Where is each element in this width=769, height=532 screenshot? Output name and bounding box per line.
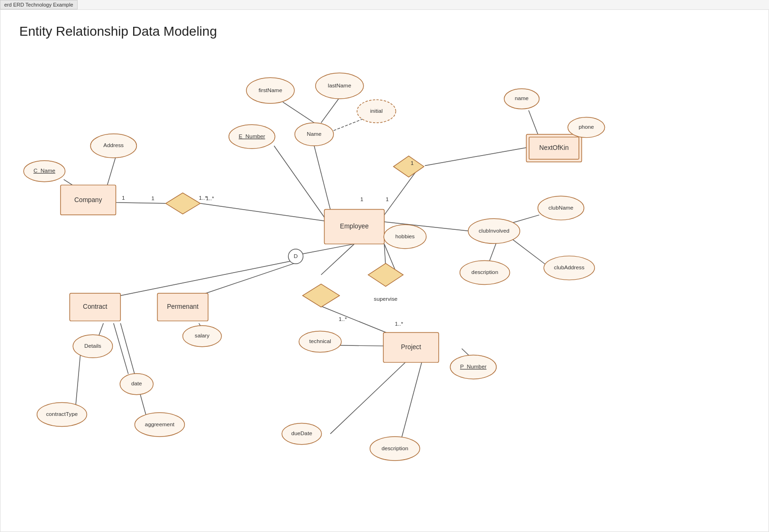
- svg-line-23: [199, 262, 297, 296]
- svg-text:Address: Address: [103, 142, 124, 148]
- svg-text:C_Name: C_Name: [33, 167, 55, 173]
- svg-text:hobbies: hobbies: [396, 233, 415, 239]
- svg-text:P_Number: P_Number: [460, 363, 486, 369]
- svg-text:phone: phone: [579, 124, 594, 130]
- svg-text:technical: technical: [309, 338, 331, 344]
- svg-line-21: [301, 244, 355, 254]
- diagram-canvas: Entity Relationship Data Modeling 1 1..*…: [0, 9, 769, 532]
- svg-marker-54: [302, 284, 339, 307]
- svg-line-14: [529, 110, 539, 137]
- svg-text:NextOfKin: NextOfKin: [539, 144, 569, 151]
- svg-line-4: [384, 169, 418, 215]
- svg-text:1..*: 1..*: [395, 321, 404, 327]
- svg-line-18: [513, 215, 539, 223]
- svg-text:1: 1: [122, 195, 125, 201]
- svg-line-12: [107, 156, 116, 188]
- svg-marker-55: [368, 263, 404, 286]
- svg-text:description: description: [381, 445, 408, 451]
- svg-text:1..*: 1..*: [339, 316, 347, 322]
- svg-line-0: [116, 203, 166, 203]
- svg-text:aggreement: aggreement: [145, 421, 174, 427]
- svg-line-25: [113, 323, 128, 374]
- svg-line-22: [120, 261, 291, 296]
- svg-text:Employee: Employee: [340, 223, 369, 230]
- svg-line-5: [425, 147, 529, 165]
- svg-text:lastName: lastName: [328, 82, 351, 88]
- svg-line-19: [513, 239, 547, 266]
- svg-line-11: [333, 117, 367, 130]
- erd-diagram: 1 1..* 1: [0, 10, 769, 532]
- svg-text:contractType: contractType: [46, 411, 78, 417]
- svg-text:clubAddress: clubAddress: [554, 264, 585, 270]
- svg-text:1: 1: [360, 196, 364, 202]
- svg-text:Name: Name: [307, 131, 322, 137]
- svg-line-29: [321, 244, 355, 275]
- svg-line-27: [76, 354, 80, 405]
- svg-text:Company: Company: [74, 196, 102, 203]
- svg-text:date: date: [131, 380, 142, 386]
- svg-text:D: D: [293, 253, 298, 259]
- svg-line-24: [99, 323, 103, 336]
- svg-marker-52: [166, 193, 200, 214]
- svg-text:firstName: firstName: [259, 87, 283, 93]
- svg-line-10: [321, 99, 339, 123]
- svg-line-20: [490, 243, 497, 261]
- svg-text:1: 1: [411, 160, 414, 166]
- svg-text:salary: salary: [195, 332, 209, 338]
- svg-text:clubInvolved: clubInvolved: [479, 227, 509, 234]
- svg-text:Permenant: Permenant: [167, 303, 198, 310]
- svg-text:description: description: [471, 269, 498, 275]
- svg-line-7: [314, 146, 330, 209]
- svg-text:name: name: [515, 95, 529, 101]
- svg-text:Contract: Contract: [83, 303, 107, 310]
- tab-label: erd ERD Technology Example: [0, 0, 78, 9]
- svg-line-9: [283, 102, 314, 123]
- svg-text:Project: Project: [401, 344, 421, 351]
- svg-text:1..*: 1..*: [199, 195, 207, 201]
- svg-line-37: [402, 359, 422, 437]
- svg-text:1: 1: [386, 196, 389, 202]
- svg-text:clubName: clubName: [548, 204, 573, 211]
- svg-text:initial: initial: [370, 108, 383, 114]
- svg-line-26: [120, 323, 146, 415]
- svg-line-36: [330, 359, 409, 434]
- svg-text:supervise: supervise: [374, 296, 398, 302]
- svg-text:1: 1: [151, 195, 155, 201]
- svg-text:Details: Details: [84, 343, 101, 349]
- svg-line-1: [200, 203, 325, 221]
- svg-text:E_Number: E_Number: [239, 133, 265, 139]
- svg-text:dueDate: dueDate: [291, 430, 312, 436]
- svg-marker-53: [394, 156, 424, 177]
